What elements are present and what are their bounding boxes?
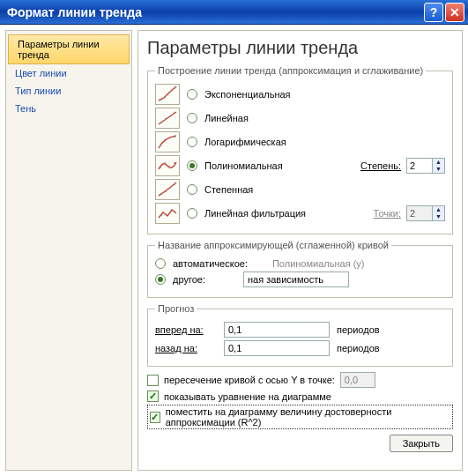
svg-point-10 [164, 139, 166, 141]
svg-point-23 [169, 212, 171, 213]
show-eq-row: показывать уравнение на диаграмме [147, 390, 453, 402]
main-panel: Параметры линии тренда Построение линии … [137, 30, 463, 471]
trend-linear-icon [155, 108, 180, 129]
degree-spin-buttons[interactable]: ▲▼ [432, 159, 444, 173]
svg-point-0 [160, 99, 161, 100]
name-other-input[interactable] [243, 271, 349, 287]
points-spin-buttons: ▲▼ [432, 206, 444, 220]
checkbox-intercept[interactable] [147, 375, 159, 386]
forward-unit: периодов [337, 324, 380, 335]
button-row: Закрыть [147, 435, 453, 452]
spin-down-icon: ▼ [433, 213, 444, 220]
client-area: Параметры линии тренда Цвет линии Тип ли… [0, 25, 468, 476]
label-intercept: пересечение кривой с осью Y в точке: [164, 375, 335, 385]
svg-point-13 [160, 167, 161, 168]
trend-row-power: Степенная [155, 179, 445, 200]
trend-power-icon [155, 179, 180, 200]
sidebar-item-trend-options[interactable]: Параметры линии тренда [8, 34, 130, 64]
backward-unit: периодов [337, 343, 380, 353]
forward-label: вперед на: [155, 324, 217, 335]
label-exponential: Экспоненциальная [204, 89, 291, 100]
label-show-equation: показывать уравнение на диаграмме [164, 391, 331, 402]
svg-point-9 [160, 145, 161, 146]
svg-point-24 [174, 211, 175, 212]
svg-point-3 [174, 87, 175, 89]
trend-polynomial-icon [155, 155, 180, 176]
radio-moving-avg[interactable] [187, 208, 197, 219]
points-spinner: ▲▼ [406, 205, 445, 221]
checkbox-show-r2[interactable] [150, 412, 160, 423]
label-moving-avg: Линейная фильтрация [204, 208, 306, 219]
radio-power[interactable] [187, 184, 197, 195]
radio-linear[interactable] [187, 113, 197, 123]
name-auto-preview: Полиномиальная (y) [272, 258, 365, 269]
close-button[interactable]: Закрыть [390, 435, 453, 452]
trend-moving-avg-icon [155, 203, 180, 224]
label-show-r2: поместить на диаграмму величину достовер… [166, 406, 450, 428]
label-power: Степенная [204, 184, 253, 195]
svg-point-8 [174, 112, 175, 114]
svg-point-21 [160, 214, 162, 216]
close-window-button[interactable]: ✕ [445, 3, 464, 22]
moving-avg-points-group: Точки: ▲▼ [374, 205, 445, 221]
intercept-input [340, 372, 375, 388]
help-icon: ? [430, 6, 438, 19]
degree-label: Степень: [360, 160, 401, 171]
label-polynomial: Полиномиальная [204, 160, 283, 171]
checkbox-show-equation[interactable] [147, 390, 159, 402]
degree-spinner[interactable]: ▲▼ [406, 158, 445, 174]
sidebar-item-line-color[interactable]: Цвет линии [6, 64, 131, 82]
svg-point-1 [164, 96, 166, 98]
spin-up-icon: ▲ [433, 206, 444, 213]
label-logarithmic: Логарифмическая [204, 137, 286, 147]
svg-point-6 [165, 118, 167, 120]
svg-point-11 [169, 137, 171, 138]
points-label: Точки: [374, 208, 401, 219]
trend-exponential-icon [155, 84, 180, 105]
forecast-fieldset: Прогноз вперед на: периодов назад на: пе… [147, 303, 453, 367]
backward-label: назад на: [155, 343, 217, 353]
backward-input[interactable] [224, 340, 330, 356]
name-auto-row: автоматическое: Полиномиальная (y) [155, 258, 445, 269]
titlebar: Формат линии тренда ? ✕ [0, 0, 468, 25]
label-linear: Линейная [204, 113, 249, 123]
svg-point-5 [160, 122, 162, 123]
build-legend: Построение линии тренда (аппроксимация и… [155, 65, 426, 76]
spin-down-icon[interactable]: ▼ [433, 166, 444, 173]
svg-point-7 [169, 115, 171, 117]
show-r2-row: поместить на диаграмму величину достовер… [147, 405, 453, 429]
name-fieldset: Название аппроксимирующей (сглаженной) к… [147, 240, 453, 298]
trend-row-exponential: Экспоненциальная [155, 84, 445, 105]
svg-point-16 [174, 162, 175, 164]
trend-row-linear: Линейная [155, 108, 445, 129]
forecast-backward-row: назад на: периодов [155, 340, 445, 356]
points-input [407, 206, 432, 220]
forecast-legend: Прогноз [155, 303, 197, 314]
svg-point-19 [169, 187, 171, 189]
trend-logarithmic-icon [155, 131, 180, 152]
name-legend: Название аппроксимирующей (сглаженной) к… [155, 240, 391, 250]
label-name-auto: автоматическое: [173, 258, 248, 269]
svg-point-2 [168, 92, 170, 93]
trend-row-polynomial: Полиномиальная Степень: ▲▼ [155, 155, 445, 176]
svg-point-17 [160, 193, 162, 195]
radio-name-other[interactable] [155, 274, 166, 285]
page-title: Параметры линии тренда [147, 38, 453, 58]
name-other-row: другое: [155, 271, 445, 287]
radio-exponential[interactable] [187, 89, 197, 100]
radio-polynomial[interactable] [187, 160, 197, 171]
sidebar: Параметры линии тренда Цвет линии Тип ли… [5, 30, 132, 471]
build-fieldset: Построение линии тренда (аппроксимация и… [147, 65, 453, 234]
help-button[interactable]: ? [424, 3, 443, 22]
sidebar-item-shadow[interactable]: Тень [6, 100, 131, 117]
radio-logarithmic[interactable] [187, 137, 197, 147]
forward-input[interactable] [224, 322, 330, 338]
svg-point-15 [168, 166, 170, 167]
svg-point-22 [165, 213, 167, 215]
radio-name-auto[interactable] [155, 258, 166, 269]
label-name-other: другое: [173, 274, 205, 285]
window-title: Формат линии тренда [7, 5, 422, 19]
sidebar-item-line-type[interactable]: Тип линии [6, 82, 131, 100]
degree-input[interactable] [407, 159, 432, 173]
spin-up-icon[interactable]: ▲ [433, 159, 444, 166]
